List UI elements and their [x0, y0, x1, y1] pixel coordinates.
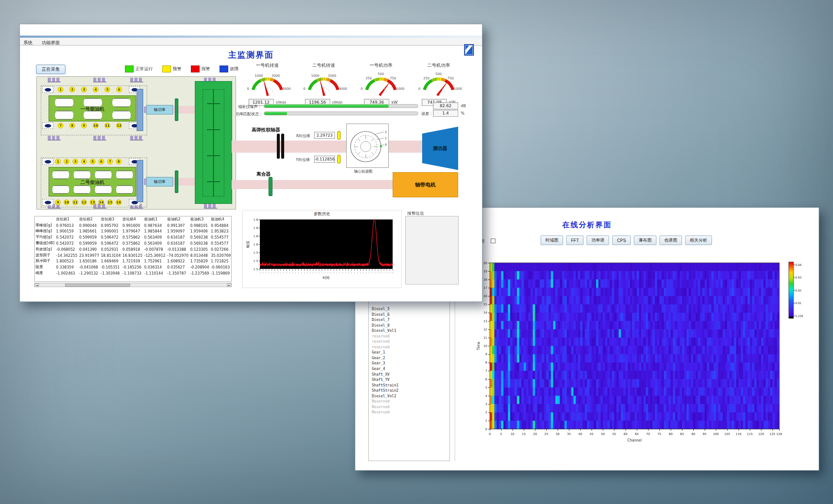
history-chart-panel: 参数历史 [242, 210, 402, 288]
table-cell: 0.569238 [189, 240, 210, 246]
table-cell: -0.105351 [100, 264, 121, 270]
table-header: 齿轮箱3 [100, 216, 121, 223]
svg-text:2: 2 [385, 131, 387, 134]
legend-swatch [125, 65, 134, 72]
scroll-right-icon[interactable]: ► [227, 283, 231, 287]
engine2-body: 二号柴油机 [49, 167, 136, 196]
channel-item[interactable]: Diesel_Vol2 [369, 393, 449, 399]
table-cell: -0.041068 [78, 264, 100, 270]
analysis-button-3[interactable]: 功率谱 [587, 236, 609, 245]
channel-item[interactable]: Reserved [369, 409, 449, 415]
table-header: 柴油机2 [166, 216, 189, 223]
engine-mount [48, 78, 61, 82]
svg-text:250: 250 [366, 76, 372, 80]
acquiring-button[interactable]: 正在采集 [36, 65, 66, 74]
analysis-button-5[interactable]: 瀑布图 [634, 236, 656, 245]
legend-item: 故障 [220, 65, 239, 72]
table-row: 有效值[g]-0.0680520.0413900.0529310.058918-… [35, 246, 232, 252]
analysis-button-1[interactable]: 时域图 [541, 236, 563, 245]
menu-item-function[interactable]: 功能界面 [38, 39, 63, 46]
cylinder-number: 16 [116, 200, 121, 205]
analysis-button-7[interactable]: 相关分析 [685, 236, 712, 245]
elastic-coupling-bar [277, 134, 280, 159]
noise-bar-label: 辐射仪噪声： [238, 104, 262, 110]
bearing-icon [42, 199, 53, 206]
table-cell: 0.035627 [166, 264, 189, 270]
channel-item[interactable]: Diesel_8 [369, 323, 449, 328]
channel-item[interactable]: Diesel_Vol1 [369, 328, 449, 334]
legend-label: 预警 [173, 66, 181, 72]
table-cell: 0.554577 [210, 240, 232, 246]
cylinder-number: 1 [55, 159, 61, 164]
table-row: 峭度-1.002463-1.290132-1.303948-1.108733-1… [35, 270, 232, 276]
clutch-label: 离合器 [256, 171, 271, 177]
channel-item[interactable]: Reserved [369, 404, 449, 410]
channel-item[interactable]: ShaftStrain1 [369, 383, 449, 388]
analysis-button-4[interactable]: CPS [612, 236, 631, 245]
table-cell: 1.990001 [100, 229, 121, 235]
channel-item[interactable]: Shaft_YV [369, 377, 449, 383]
channel-item[interactable]: Diesel_5 [369, 306, 449, 312]
table-cell: -0.185256 [121, 264, 143, 270]
channel-item[interactable]: Gear_2 [369, 355, 449, 361]
channel-item[interactable]: Reserved [369, 399, 449, 404]
channel-item[interactable]: Shaft_XV [369, 372, 449, 377]
cylinder-number: 11 [105, 123, 110, 128]
channel-item[interactable]: ShaftStrain2 [369, 388, 449, 393]
table-cell: 0.338359 [55, 264, 78, 270]
engine-mount [130, 78, 143, 82]
error-value: 1.4 [433, 110, 458, 117]
table-scrollbar[interactable]: ◄ ► [34, 283, 232, 287]
table-cell: 0.596472 [100, 240, 121, 246]
table-cell: -74.052970 [166, 252, 189, 259]
machine-diagram-panel: 123456 789101112 一号柴油机 轴功率 12345678 9101… [36, 76, 236, 209]
table-cell: 0.052931 [100, 246, 121, 252]
bearing-icon [42, 158, 53, 165]
orbit-label: 轴心轨迹图 [354, 169, 373, 174]
channel-item[interactable]: reserved [369, 339, 449, 344]
table-cell: -1.237569 [189, 270, 210, 276]
channel-item[interactable]: Gear_4 [369, 366, 449, 372]
legend: 正常运行预警报警故障 [125, 65, 248, 72]
measurement-table[interactable]: 齿轮箱1齿轮箱2齿轮箱3齿轮箱4柴油机1柴油机2柴油机3柴油机4零峰值[g]0.… [34, 216, 232, 282]
history-chart [245, 217, 398, 285]
sample-checkbox[interactable] [491, 239, 495, 243]
table-cell: 1.985844 [143, 229, 166, 235]
cylinder-number: 11 [72, 200, 78, 205]
engine1-label: 一号柴油机 [49, 106, 136, 112]
legend-swatch [191, 65, 200, 72]
table-cell: -125.36912 [143, 252, 166, 259]
legend-item: 报警 [191, 65, 210, 72]
analysis-button-6[interactable]: 色谱图 [659, 236, 682, 245]
channel-item[interactable]: reserved [369, 334, 449, 339]
channel-item[interactable]: reserved [369, 344, 449, 350]
channel-item[interactable]: Diesel_6 [369, 312, 449, 317]
scroll-left-icon[interactable]: ◄ [35, 283, 39, 287]
table-row: 量级值[dB]0.5420720.5999590.5964720.5758620… [35, 240, 232, 246]
table-row: 波形因子-14.34225523.91997718.81310416.83012… [35, 252, 232, 259]
svg-text:750: 750 [390, 76, 397, 80]
gauge-title: 一号机转速 [239, 62, 295, 69]
svg-text:1000: 1000 [396, 87, 404, 91]
menu-item-system[interactable]: 系统 [20, 39, 36, 46]
channel-item[interactable]: Gear_3 [369, 360, 449, 366]
table-row: 零峰值[g]0.9760130.9900440.9957920.9916000.… [35, 223, 232, 229]
table-header [35, 216, 55, 223]
table-header: 柴油机1 [143, 216, 166, 223]
table-cell: 1.669469 [100, 259, 121, 265]
scrollbar-thumb[interactable] [65, 284, 130, 287]
cylinder-number: 3 [72, 159, 78, 164]
analysis-button-2[interactable]: FFT [566, 236, 584, 245]
app-logo-icon [463, 43, 475, 56]
table-cell: 1.953823 [210, 229, 232, 235]
coupling-label: 高弹性联轴器 [252, 127, 280, 133]
svg-text:1000: 1000 [454, 87, 462, 91]
channel-item[interactable]: Gear_1 [369, 350, 449, 355]
alarm-list[interactable] [405, 216, 459, 285]
row-label: 有效值[g] [35, 246, 55, 252]
cylinder-number: 9 [81, 123, 87, 128]
channel-item[interactable]: Diesel_7 [369, 317, 449, 323]
legend-label: 正常运行 [135, 66, 153, 72]
legend-label: 报警 [201, 66, 210, 72]
row-label: 零峰值[g] [35, 223, 55, 229]
